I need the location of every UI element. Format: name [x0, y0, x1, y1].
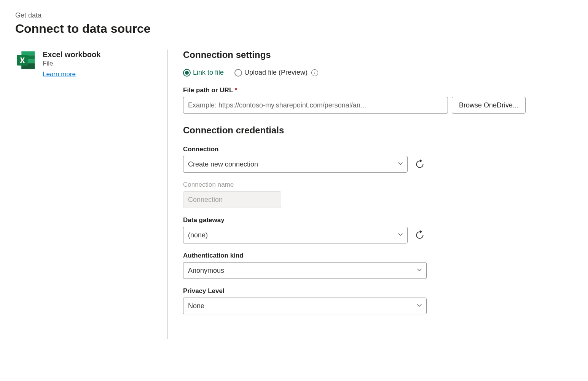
- connection-label: Connection: [183, 146, 427, 153]
- excel-icon: [15, 50, 37, 71]
- privacy-level-select[interactable]: None: [183, 298, 427, 314]
- auth-kind-select[interactable]: Anonymous: [183, 262, 427, 279]
- page-title: Connect to data source: [15, 22, 573, 36]
- breadcrumb: Get data: [15, 11, 573, 19]
- data-gateway-refresh-button[interactable]: [413, 228, 427, 242]
- connection-name-label: Connection name: [183, 181, 427, 189]
- select-value: Create new connection: [188, 160, 258, 168]
- link-to-file-radio[interactable]: Link to file: [183, 69, 224, 77]
- refresh-icon: [415, 159, 425, 169]
- radio-icon: [234, 69, 242, 77]
- connection-credentials-heading: Connection credentials: [183, 125, 526, 136]
- connection-settings-heading: Connection settings: [183, 50, 526, 60]
- data-source-item: Excel workbook File Learn more: [15, 50, 156, 78]
- source-subtitle: File: [43, 60, 100, 67]
- auth-kind-label: Authentication kind: [183, 252, 427, 259]
- select-value: None: [188, 302, 204, 310]
- file-path-label: File path or URL *: [183, 86, 526, 94]
- browse-onedrive-button[interactable]: Browse OneDrive...: [452, 97, 526, 114]
- data-gateway-label: Data gateway: [183, 216, 427, 224]
- learn-more-link[interactable]: Learn more: [43, 70, 76, 78]
- connection-name-input: [183, 191, 281, 208]
- file-path-input[interactable]: [183, 97, 448, 114]
- radio-icon: [183, 69, 191, 77]
- svg-rect-1: [21, 51, 35, 56]
- radio-label: Link to file: [193, 69, 224, 77]
- connection-refresh-button[interactable]: [413, 157, 427, 171]
- select-value: (none): [188, 231, 208, 239]
- radio-label: Upload file (Preview): [244, 69, 308, 77]
- vertical-divider: [167, 50, 168, 339]
- source-title: Excel workbook: [43, 50, 100, 59]
- privacy-level-label: Privacy Level: [183, 287, 427, 295]
- select-value: Anonymous: [188, 267, 224, 275]
- info-icon[interactable]: i: [311, 69, 318, 76]
- upload-file-radio[interactable]: Upload file (Preview) i: [234, 69, 318, 77]
- refresh-icon: [415, 230, 425, 240]
- data-gateway-select[interactable]: (none): [183, 227, 408, 243]
- file-mode-radio-group: Link to file Upload file (Preview) i: [183, 69, 526, 77]
- connection-select[interactable]: Create new connection: [183, 156, 408, 173]
